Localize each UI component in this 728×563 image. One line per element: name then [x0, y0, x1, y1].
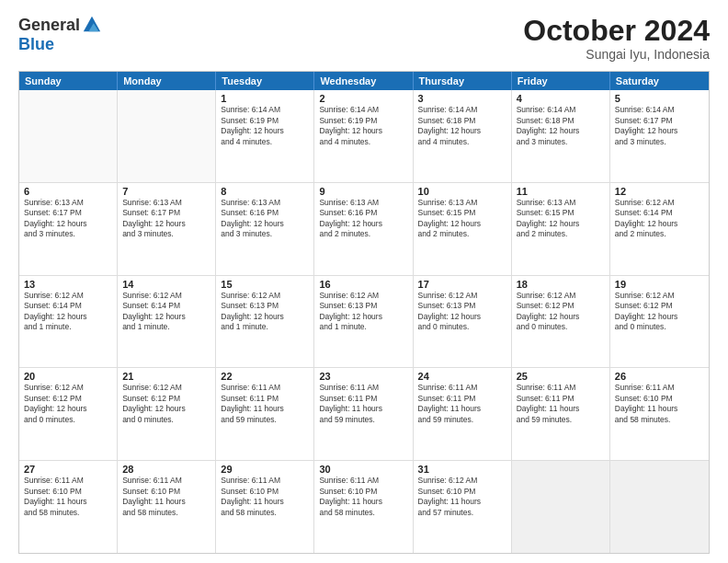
day-number: 31: [418, 464, 506, 475]
day-info: Sunrise: 6:12 AM Sunset: 6:12 PM Dayligh…: [615, 291, 678, 331]
logo-blue: Blue: [18, 35, 54, 54]
logo: General Blue: [18, 15, 102, 54]
day-number: 22: [221, 371, 309, 382]
day-info: Sunrise: 6:12 AM Sunset: 6:12 PM Dayligh…: [122, 383, 186, 423]
day-info: Sunrise: 6:14 AM Sunset: 6:19 PM Dayligh…: [221, 105, 284, 145]
day-number: 26: [615, 371, 704, 382]
day-cell-20: 20Sunrise: 6:12 AM Sunset: 6:12 PM Dayli…: [19, 368, 118, 460]
day-cell-23: 23Sunrise: 6:11 AM Sunset: 6:11 PM Dayli…: [314, 368, 413, 460]
page: General Blue October 2024 Sungai Iyu, In…: [0, 0, 728, 563]
day-cell-6: 6Sunrise: 6:13 AM Sunset: 6:17 PM Daylig…: [19, 183, 118, 275]
day-cell-28: 28Sunrise: 6:11 AM Sunset: 6:10 PM Dayli…: [118, 461, 216, 553]
calendar-row-4: 27Sunrise: 6:11 AM Sunset: 6:10 PM Dayli…: [19, 460, 709, 553]
day-cell-7: 7Sunrise: 6:13 AM Sunset: 6:17 PM Daylig…: [118, 183, 216, 275]
day-info: Sunrise: 6:13 AM Sunset: 6:17 PM Dayligh…: [122, 198, 186, 238]
logo-general: General: [18, 16, 80, 35]
day-cell-22: 22Sunrise: 6:11 AM Sunset: 6:11 PM Dayli…: [216, 368, 314, 460]
day-number: 9: [319, 186, 407, 197]
header-cell-monday: Monday: [118, 72, 216, 90]
day-number: 23: [319, 371, 407, 382]
day-info: Sunrise: 6:12 AM Sunset: 6:14 PM Dayligh…: [122, 291, 186, 331]
day-info: Sunrise: 6:11 AM Sunset: 6:10 PM Dayligh…: [319, 476, 382, 516]
day-cell-30: 30Sunrise: 6:11 AM Sunset: 6:10 PM Dayli…: [314, 461, 413, 553]
header-cell-sunday: Sunday: [19, 72, 118, 90]
day-info: Sunrise: 6:12 AM Sunset: 6:14 PM Dayligh…: [615, 198, 678, 238]
empty-cell-0-1: [118, 90, 216, 182]
calendar-row-1: 6Sunrise: 6:13 AM Sunset: 6:17 PM Daylig…: [19, 182, 709, 275]
header: General Blue October 2024 Sungai Iyu, In…: [18, 15, 710, 62]
day-cell-14: 14Sunrise: 6:12 AM Sunset: 6:14 PM Dayli…: [118, 276, 216, 368]
day-info: Sunrise: 6:13 AM Sunset: 6:16 PM Dayligh…: [319, 198, 382, 238]
header-cell-friday: Friday: [512, 72, 610, 90]
day-number: 8: [221, 186, 309, 197]
title-area: October 2024 Sungai Iyu, Indonesia: [523, 15, 710, 62]
day-number: 21: [122, 371, 210, 382]
day-number: 13: [24, 279, 112, 290]
day-number: 18: [517, 279, 605, 290]
day-info: Sunrise: 6:11 AM Sunset: 6:11 PM Dayligh…: [319, 383, 382, 423]
day-info: Sunrise: 6:12 AM Sunset: 6:13 PM Dayligh…: [418, 291, 482, 331]
day-cell-25: 25Sunrise: 6:11 AM Sunset: 6:11 PM Dayli…: [512, 368, 610, 460]
day-number: 16: [319, 279, 407, 290]
day-info: Sunrise: 6:14 AM Sunset: 6:19 PM Dayligh…: [319, 105, 382, 145]
day-number: 11: [517, 186, 605, 197]
calendar-header: SundayMondayTuesdayWednesdayThursdayFrid…: [19, 72, 709, 90]
day-info: Sunrise: 6:12 AM Sunset: 6:12 PM Dayligh…: [24, 383, 87, 423]
empty-cell-4-6: [610, 461, 709, 553]
day-cell-12: 12Sunrise: 6:12 AM Sunset: 6:14 PM Dayli…: [610, 183, 709, 275]
day-number: 27: [24, 464, 112, 475]
day-cell-10: 10Sunrise: 6:13 AM Sunset: 6:15 PM Dayli…: [414, 183, 512, 275]
day-info: Sunrise: 6:13 AM Sunset: 6:16 PM Dayligh…: [221, 198, 284, 238]
day-info: Sunrise: 6:14 AM Sunset: 6:18 PM Dayligh…: [517, 105, 580, 145]
day-number: 3: [418, 93, 506, 104]
day-number: 10: [418, 186, 506, 197]
day-cell-9: 9Sunrise: 6:13 AM Sunset: 6:16 PM Daylig…: [314, 183, 413, 275]
day-number: 17: [418, 279, 506, 290]
day-cell-4: 4Sunrise: 6:14 AM Sunset: 6:18 PM Daylig…: [512, 90, 610, 182]
day-number: 2: [319, 93, 407, 104]
header-cell-wednesday: Wednesday: [314, 72, 413, 90]
day-info: Sunrise: 6:11 AM Sunset: 6:10 PM Dayligh…: [122, 476, 186, 516]
day-info: Sunrise: 6:14 AM Sunset: 6:17 PM Dayligh…: [615, 105, 678, 145]
day-number: 25: [517, 371, 605, 382]
day-info: Sunrise: 6:12 AM Sunset: 6:14 PM Dayligh…: [24, 291, 87, 331]
day-number: 15: [221, 279, 309, 290]
header-cell-thursday: Thursday: [414, 72, 512, 90]
day-number: 14: [122, 279, 210, 290]
day-info: Sunrise: 6:11 AM Sunset: 6:11 PM Dayligh…: [221, 383, 284, 423]
day-cell-15: 15Sunrise: 6:12 AM Sunset: 6:13 PM Dayli…: [216, 276, 314, 368]
day-cell-11: 11Sunrise: 6:13 AM Sunset: 6:15 PM Dayli…: [512, 183, 610, 275]
day-info: Sunrise: 6:11 AM Sunset: 6:11 PM Dayligh…: [418, 383, 482, 423]
location: Sungai Iyu, Indonesia: [523, 47, 710, 62]
day-number: 28: [122, 464, 210, 475]
day-number: 7: [122, 186, 210, 197]
day-number: 12: [615, 186, 704, 197]
day-number: 30: [319, 464, 407, 475]
day-info: Sunrise: 6:12 AM Sunset: 6:12 PM Dayligh…: [517, 291, 580, 331]
empty-cell-4-5: [512, 461, 610, 553]
day-cell-8: 8Sunrise: 6:13 AM Sunset: 6:16 PM Daylig…: [216, 183, 314, 275]
day-cell-24: 24Sunrise: 6:11 AM Sunset: 6:11 PM Dayli…: [414, 368, 512, 460]
day-number: 6: [24, 186, 112, 197]
empty-cell-0-0: [19, 90, 118, 182]
day-info: Sunrise: 6:13 AM Sunset: 6:15 PM Dayligh…: [418, 198, 482, 238]
day-cell-5: 5Sunrise: 6:14 AM Sunset: 6:17 PM Daylig…: [610, 90, 709, 182]
header-cell-saturday: Saturday: [610, 72, 709, 90]
day-info: Sunrise: 6:12 AM Sunset: 6:13 PM Dayligh…: [221, 291, 284, 331]
day-cell-19: 19Sunrise: 6:12 AM Sunset: 6:12 PM Dayli…: [610, 276, 709, 368]
day-cell-1: 1Sunrise: 6:14 AM Sunset: 6:19 PM Daylig…: [216, 90, 314, 182]
calendar-row-0: 1Sunrise: 6:14 AM Sunset: 6:19 PM Daylig…: [19, 90, 709, 182]
calendar-row-3: 20Sunrise: 6:12 AM Sunset: 6:12 PM Dayli…: [19, 367, 709, 460]
day-info: Sunrise: 6:11 AM Sunset: 6:10 PM Dayligh…: [615, 383, 678, 423]
day-number: 5: [615, 93, 704, 104]
calendar: SundayMondayTuesdayWednesdayThursdayFrid…: [18, 71, 710, 554]
day-info: Sunrise: 6:11 AM Sunset: 6:11 PM Dayligh…: [517, 383, 580, 423]
day-cell-13: 13Sunrise: 6:12 AM Sunset: 6:14 PM Dayli…: [19, 276, 118, 368]
calendar-row-2: 13Sunrise: 6:12 AM Sunset: 6:14 PM Dayli…: [19, 275, 709, 368]
day-info: Sunrise: 6:13 AM Sunset: 6:15 PM Dayligh…: [517, 198, 580, 238]
day-cell-2: 2Sunrise: 6:14 AM Sunset: 6:19 PM Daylig…: [314, 90, 413, 182]
day-cell-3: 3Sunrise: 6:14 AM Sunset: 6:18 PM Daylig…: [414, 90, 512, 182]
day-number: 24: [418, 371, 506, 382]
day-info: Sunrise: 6:11 AM Sunset: 6:10 PM Dayligh…: [24, 476, 87, 516]
day-cell-17: 17Sunrise: 6:12 AM Sunset: 6:13 PM Dayli…: [414, 276, 512, 368]
